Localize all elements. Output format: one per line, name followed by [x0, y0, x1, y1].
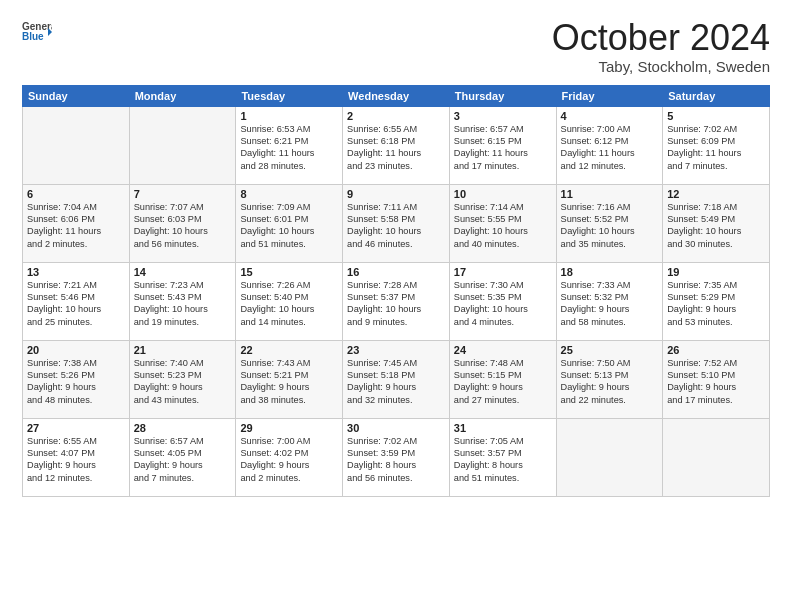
table-row: 8Sunrise: 7:09 AM Sunset: 6:01 PM Daylig… — [236, 184, 343, 262]
day-info: Sunrise: 7:23 AM Sunset: 5:43 PM Dayligh… — [134, 279, 232, 329]
header-tuesday: Tuesday — [236, 85, 343, 106]
table-row: 9Sunrise: 7:11 AM Sunset: 5:58 PM Daylig… — [343, 184, 450, 262]
calendar-table: Sunday Monday Tuesday Wednesday Thursday… — [22, 85, 770, 497]
day-info: Sunrise: 7:48 AM Sunset: 5:15 PM Dayligh… — [454, 357, 552, 407]
header-wednesday: Wednesday — [343, 85, 450, 106]
day-number: 5 — [667, 110, 765, 122]
day-number: 29 — [240, 422, 338, 434]
table-row: 5Sunrise: 7:02 AM Sunset: 6:09 PM Daylig… — [663, 106, 770, 184]
day-number: 6 — [27, 188, 125, 200]
day-info: Sunrise: 7:02 AM Sunset: 6:09 PM Dayligh… — [667, 123, 765, 173]
day-info: Sunrise: 7:14 AM Sunset: 5:55 PM Dayligh… — [454, 201, 552, 251]
day-info: Sunrise: 7:11 AM Sunset: 5:58 PM Dayligh… — [347, 201, 445, 251]
table-row: 31Sunrise: 7:05 AM Sunset: 3:57 PM Dayli… — [449, 418, 556, 496]
table-row: 26Sunrise: 7:52 AM Sunset: 5:10 PM Dayli… — [663, 340, 770, 418]
day-number: 17 — [454, 266, 552, 278]
day-info: Sunrise: 6:55 AM Sunset: 4:07 PM Dayligh… — [27, 435, 125, 485]
day-info: Sunrise: 7:05 AM Sunset: 3:57 PM Dayligh… — [454, 435, 552, 485]
table-row: 6Sunrise: 7:04 AM Sunset: 6:06 PM Daylig… — [23, 184, 130, 262]
calendar-week-row: 13Sunrise: 7:21 AM Sunset: 5:46 PM Dayli… — [23, 262, 770, 340]
table-row: 16Sunrise: 7:28 AM Sunset: 5:37 PM Dayli… — [343, 262, 450, 340]
header: General Blue October 2024 Taby, Stockhol… — [22, 18, 770, 75]
day-number: 26 — [667, 344, 765, 356]
day-number: 16 — [347, 266, 445, 278]
table-row: 7Sunrise: 7:07 AM Sunset: 6:03 PM Daylig… — [129, 184, 236, 262]
header-friday: Friday — [556, 85, 663, 106]
day-number: 20 — [27, 344, 125, 356]
day-number: 14 — [134, 266, 232, 278]
day-info: Sunrise: 7:07 AM Sunset: 6:03 PM Dayligh… — [134, 201, 232, 251]
day-info: Sunrise: 7:38 AM Sunset: 5:26 PM Dayligh… — [27, 357, 125, 407]
day-info: Sunrise: 7:16 AM Sunset: 5:52 PM Dayligh… — [561, 201, 659, 251]
logo: General Blue — [22, 18, 52, 46]
table-row: 23Sunrise: 7:45 AM Sunset: 5:18 PM Dayli… — [343, 340, 450, 418]
day-info: Sunrise: 7:52 AM Sunset: 5:10 PM Dayligh… — [667, 357, 765, 407]
day-number: 13 — [27, 266, 125, 278]
table-row: 11Sunrise: 7:16 AM Sunset: 5:52 PM Dayli… — [556, 184, 663, 262]
day-number: 30 — [347, 422, 445, 434]
table-row: 18Sunrise: 7:33 AM Sunset: 5:32 PM Dayli… — [556, 262, 663, 340]
day-info: Sunrise: 7:43 AM Sunset: 5:21 PM Dayligh… — [240, 357, 338, 407]
month-title: October 2024 — [552, 18, 770, 58]
day-number: 4 — [561, 110, 659, 122]
day-number: 22 — [240, 344, 338, 356]
table-row: 1Sunrise: 6:53 AM Sunset: 6:21 PM Daylig… — [236, 106, 343, 184]
table-row: 22Sunrise: 7:43 AM Sunset: 5:21 PM Dayli… — [236, 340, 343, 418]
table-row: 2Sunrise: 6:55 AM Sunset: 6:18 PM Daylig… — [343, 106, 450, 184]
table-row: 28Sunrise: 6:57 AM Sunset: 4:05 PM Dayli… — [129, 418, 236, 496]
table-row — [663, 418, 770, 496]
svg-text:General: General — [22, 21, 52, 32]
calendar-week-row: 1Sunrise: 6:53 AM Sunset: 6:21 PM Daylig… — [23, 106, 770, 184]
day-number: 25 — [561, 344, 659, 356]
day-info: Sunrise: 7:00 AM Sunset: 4:02 PM Dayligh… — [240, 435, 338, 485]
page: General Blue October 2024 Taby, Stockhol… — [0, 0, 792, 612]
day-info: Sunrise: 7:02 AM Sunset: 3:59 PM Dayligh… — [347, 435, 445, 485]
day-info: Sunrise: 7:09 AM Sunset: 6:01 PM Dayligh… — [240, 201, 338, 251]
day-number: 15 — [240, 266, 338, 278]
day-number: 27 — [27, 422, 125, 434]
table-row — [556, 418, 663, 496]
table-row — [23, 106, 130, 184]
day-number: 28 — [134, 422, 232, 434]
table-row: 14Sunrise: 7:23 AM Sunset: 5:43 PM Dayli… — [129, 262, 236, 340]
day-info: Sunrise: 6:53 AM Sunset: 6:21 PM Dayligh… — [240, 123, 338, 173]
calendar-week-row: 20Sunrise: 7:38 AM Sunset: 5:26 PM Dayli… — [23, 340, 770, 418]
day-info: Sunrise: 7:33 AM Sunset: 5:32 PM Dayligh… — [561, 279, 659, 329]
day-info: Sunrise: 7:30 AM Sunset: 5:35 PM Dayligh… — [454, 279, 552, 329]
header-thursday: Thursday — [449, 85, 556, 106]
day-number: 18 — [561, 266, 659, 278]
day-number: 3 — [454, 110, 552, 122]
table-row: 19Sunrise: 7:35 AM Sunset: 5:29 PM Dayli… — [663, 262, 770, 340]
day-number: 19 — [667, 266, 765, 278]
table-row: 30Sunrise: 7:02 AM Sunset: 3:59 PM Dayli… — [343, 418, 450, 496]
table-row: 10Sunrise: 7:14 AM Sunset: 5:55 PM Dayli… — [449, 184, 556, 262]
table-row: 25Sunrise: 7:50 AM Sunset: 5:13 PM Dayli… — [556, 340, 663, 418]
calendar-header-row: Sunday Monday Tuesday Wednesday Thursday… — [23, 85, 770, 106]
table-row: 3Sunrise: 6:57 AM Sunset: 6:15 PM Daylig… — [449, 106, 556, 184]
table-row: 20Sunrise: 7:38 AM Sunset: 5:26 PM Dayli… — [23, 340, 130, 418]
day-number: 9 — [347, 188, 445, 200]
table-row: 17Sunrise: 7:30 AM Sunset: 5:35 PM Dayli… — [449, 262, 556, 340]
table-row: 15Sunrise: 7:26 AM Sunset: 5:40 PM Dayli… — [236, 262, 343, 340]
svg-text:Blue: Blue — [22, 31, 44, 42]
header-saturday: Saturday — [663, 85, 770, 106]
day-number: 21 — [134, 344, 232, 356]
day-number: 12 — [667, 188, 765, 200]
day-info: Sunrise: 7:00 AM Sunset: 6:12 PM Dayligh… — [561, 123, 659, 173]
title-block: October 2024 Taby, Stockholm, Sweden — [552, 18, 770, 75]
table-row: 12Sunrise: 7:18 AM Sunset: 5:49 PM Dayli… — [663, 184, 770, 262]
table-row — [129, 106, 236, 184]
table-row: 13Sunrise: 7:21 AM Sunset: 5:46 PM Dayli… — [23, 262, 130, 340]
day-info: Sunrise: 7:50 AM Sunset: 5:13 PM Dayligh… — [561, 357, 659, 407]
calendar-week-row: 27Sunrise: 6:55 AM Sunset: 4:07 PM Dayli… — [23, 418, 770, 496]
header-monday: Monday — [129, 85, 236, 106]
day-number: 23 — [347, 344, 445, 356]
table-row: 24Sunrise: 7:48 AM Sunset: 5:15 PM Dayli… — [449, 340, 556, 418]
table-row: 4Sunrise: 7:00 AM Sunset: 6:12 PM Daylig… — [556, 106, 663, 184]
day-info: Sunrise: 7:26 AM Sunset: 5:40 PM Dayligh… — [240, 279, 338, 329]
day-info: Sunrise: 7:35 AM Sunset: 5:29 PM Dayligh… — [667, 279, 765, 329]
day-number: 24 — [454, 344, 552, 356]
day-number: 11 — [561, 188, 659, 200]
day-number: 8 — [240, 188, 338, 200]
day-info: Sunrise: 7:04 AM Sunset: 6:06 PM Dayligh… — [27, 201, 125, 251]
